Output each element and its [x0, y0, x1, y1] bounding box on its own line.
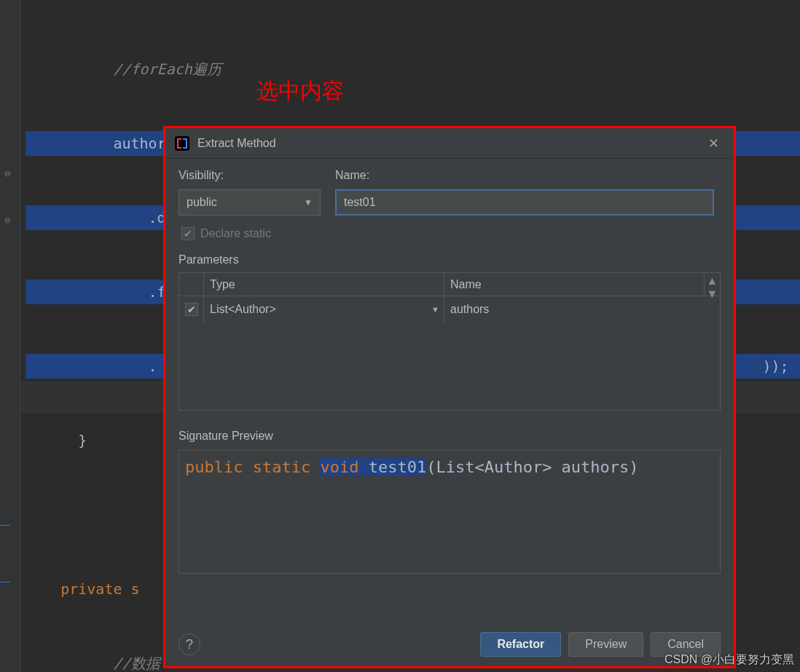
visibility-value: public	[187, 196, 217, 209]
annotation-selected: 选中内容	[256, 76, 344, 106]
param-header-type: Type	[204, 273, 444, 296]
dialog-titlebar[interactable]: Extract Method ✕	[165, 128, 734, 159]
intellij-icon	[174, 135, 190, 151]
param-checkbox[interactable]: ✔	[185, 303, 198, 316]
code-text: }	[78, 432, 87, 449]
watermark: CSDN @小白要努力变黑	[664, 652, 794, 668]
param-table-header: Type Name ▲▼	[179, 273, 720, 296]
extract-method-dialog: Extract Method ✕ Visibility: public ▼ Na…	[165, 128, 734, 667]
table-row[interactable]: ✔ List<Author>▼ authors	[179, 296, 720, 323]
code-text: s	[122, 580, 139, 598]
refactor-button[interactable]: Refactor	[480, 632, 561, 657]
help-button[interactable]: ?	[179, 633, 200, 655]
visibility-label: Visibility:	[179, 169, 321, 182]
link-stub[interactable]	[0, 524, 10, 526]
gutter: ⊖ ⊖	[0, 0, 20, 672]
fold-icon[interactable]: ⊖	[4, 214, 10, 226]
param-scrollbar[interactable]: ▲▼	[704, 273, 720, 296]
preview-button[interactable]: Preview	[568, 632, 643, 657]
code-keyword: private	[60, 580, 122, 598]
fold-icon[interactable]: ⊖	[4, 167, 10, 179]
signature-preview-label: Signature Preview	[179, 430, 721, 443]
close-icon[interactable]: ✕	[702, 133, 725, 154]
code-text: ));	[762, 357, 788, 375]
declare-static-row[interactable]: ✔ Declare static	[181, 227, 721, 240]
scroll-down-icon[interactable]: ▼	[707, 288, 718, 301]
code-comment: //数据	[113, 655, 160, 672]
declare-static-checkbox[interactable]: ✔	[181, 227, 195, 240]
param-name-cell[interactable]: authors	[444, 303, 704, 316]
param-header-name: Name	[444, 278, 704, 291]
parameters-table[interactable]: Type Name ▲▼ ✔ List<Author>▼ authors	[179, 272, 721, 411]
method-name-input[interactable]	[335, 189, 714, 216]
dialog-button-bar: ? Refactor Preview Cancel	[179, 632, 721, 657]
name-label: Name:	[335, 169, 714, 182]
signature-preview: public static void test01(List<Author> a…	[179, 450, 721, 574]
parameters-label: Parameters	[179, 253, 721, 266]
chevron-down-icon: ▼	[304, 197, 313, 207]
code-comment: //forEach遍历	[113, 60, 221, 78]
param-type-cell[interactable]: List<Author>▼	[204, 296, 444, 323]
declare-static-label: Declare static	[200, 227, 271, 240]
link-stub[interactable]	[0, 581, 10, 582]
scroll-up-icon[interactable]: ▲	[707, 274, 718, 288]
visibility-combo[interactable]: public ▼	[179, 189, 321, 216]
dialog-title: Extract Method	[197, 137, 702, 150]
chevron-down-icon: ▼	[431, 305, 439, 314]
